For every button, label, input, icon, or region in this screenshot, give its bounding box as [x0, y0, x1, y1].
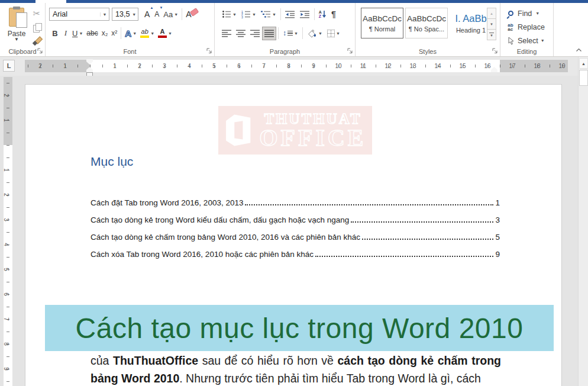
dialog-launcher-icon	[492, 48, 498, 54]
ruler-number: 1	[3, 168, 9, 172]
ruler-number: 6	[3, 292, 9, 296]
toc-entry[interactable]: Cách đặt Tab trong Word 2016, 2003, 2013…	[91, 191, 500, 208]
font-color-button[interactable]: A ▼	[156, 26, 174, 40]
strikethrough-button[interactable]: abc	[85, 26, 99, 40]
font-size-combobox[interactable]: 13,5 ▼	[112, 8, 138, 21]
document-canvas[interactable]: THUTHUAT OFFICE Mục lục Cách đặt Tab tro…	[0, 76, 578, 386]
line-spacing-button[interactable]: ↕ ▼	[280, 27, 301, 40]
clear-formatting-button[interactable]: A	[184, 7, 193, 21]
toc-entry[interactable]: Cách xóa Tab trong Word 2016, 2010 hoặc …	[91, 243, 500, 260]
horizontal-ruler[interactable]: 2112345678910111213141516171819	[25, 60, 568, 72]
chevron-down-icon: ▼	[79, 31, 83, 36]
numbering-button[interactable]: 123 ▼	[239, 8, 259, 21]
style-name: Heading 1	[456, 27, 486, 34]
shading-icon	[307, 29, 317, 38]
shrink-font-button[interactable]: A▼	[152, 7, 161, 21]
show-hide-marks-button[interactable]: ¶	[329, 8, 338, 21]
gallery-scroll-up-button[interactable]: ▲	[487, 8, 496, 19]
grow-font-button[interactable]: A▲	[142, 7, 152, 21]
cut-button[interactable]: ✂	[31, 8, 43, 20]
gallery-more-button[interactable]: ▼	[487, 29, 496, 40]
toc-entry[interactable]: Cách tạo dòng kẻ chấm trong bảng Word 20…	[91, 226, 500, 243]
style-card-heading-1[interactable]: I. AaBbHeading 1	[450, 8, 492, 38]
gallery-scroll-down-button[interactable]: ▼	[487, 18, 496, 30]
chevron-down-icon: ▼	[252, 12, 256, 17]
ruler-number: 1	[3, 118, 9, 122]
sort-button[interactable]: AZ	[316, 8, 329, 21]
scroll-up-button[interactable]: ▲	[579, 58, 588, 69]
bold-button[interactable]: B	[49, 26, 61, 40]
styles-dialog-launcher[interactable]	[492, 47, 499, 54]
increase-indent-button[interactable]	[298, 8, 312, 21]
text-effects-button[interactable]: A▼	[123, 26, 138, 40]
replace-button[interactable]: abac Replace	[505, 20, 545, 34]
ruler-number: 2	[3, 94, 9, 97]
text-highlight-button[interactable]: ab ▼	[138, 26, 156, 40]
font-dialog-launcher[interactable]	[206, 47, 213, 54]
bullets-button[interactable]: ▼	[219, 8, 239, 21]
ruler-number: 1	[63, 62, 67, 70]
ruler-number: 2	[138, 62, 141, 70]
toc-page-number: 1	[495, 198, 500, 208]
align-right-button[interactable]	[248, 27, 262, 40]
justify-button[interactable]	[262, 27, 276, 40]
body-text-run: sau để có hiểu rõ hơn về	[198, 354, 337, 367]
font-group-label: Font	[46, 48, 214, 55]
superscript-button[interactable]: x²	[109, 26, 119, 40]
decrease-indent-button[interactable]	[283, 8, 298, 21]
caret-up-icon: ▲	[490, 12, 493, 15]
chevron-down-icon: ▼	[133, 31, 137, 36]
separator	[314, 8, 315, 20]
document-page[interactable]: THUTHUAT OFFICE Mục lục Cách đặt Tab tro…	[25, 84, 562, 386]
chevron-down-icon[interactable]: ▼	[100, 12, 109, 17]
toc-entry[interactable]: Cách tạo dòng kẻ trong Word kiểu dấu chấ…	[91, 208, 500, 226]
toc-heading[interactable]: Mục lục	[91, 155, 133, 169]
chevron-down-icon[interactable]: ▼	[130, 12, 138, 17]
style-card--normal[interactable]: AaBbCcDc¶ Normal	[361, 8, 403, 38]
vertical-ruler[interactable]: 21123456789	[4, 77, 12, 386]
collapse-ribbon-button[interactable]	[574, 46, 583, 54]
ruler-number: 15	[459, 62, 466, 70]
copy-button[interactable]	[31, 21, 43, 33]
clipboard-dialog-launcher[interactable]	[37, 47, 44, 54]
ruler-number: 8	[287, 62, 290, 70]
paste-button[interactable]: Paste ▼	[4, 7, 30, 48]
format-painter-icon	[33, 37, 41, 46]
format-painter-button[interactable]	[31, 35, 43, 47]
toc-entry-title: Cách xóa Tab trong Word 2016, 2010 hoặc …	[91, 250, 314, 260]
document-main-title[interactable]: Cách tạo mục lục trong Word 2010	[45, 305, 554, 351]
toc-entry-title: Cách tạo dòng kẻ trong Word kiểu dấu chấ…	[91, 215, 349, 226]
ruler-number: 3	[163, 62, 166, 70]
toc-dot-leader	[351, 221, 493, 223]
subscript-button[interactable]: x₂	[100, 26, 110, 40]
vertical-scrollbar[interactable]: ▲	[578, 57, 588, 386]
watermark: THUTHUAT OFFICE	[218, 106, 372, 155]
select-label: Select	[518, 37, 538, 45]
align-right-icon	[250, 30, 260, 37]
underline-button[interactable]: U▼	[70, 26, 85, 40]
caret-down-icon: ▼	[490, 22, 493, 26]
multilevel-list-button[interactable]: ▼	[259, 8, 279, 21]
italic-button[interactable]: I	[61, 26, 70, 40]
select-button[interactable]: Select ▼	[505, 34, 545, 47]
paste-icon	[9, 8, 24, 27]
change-case-button[interactable]: Aa▼	[161, 7, 180, 21]
paragraph-dialog-launcher[interactable]	[347, 47, 354, 54]
borders-button[interactable]: ▼	[325, 27, 343, 40]
search-icon	[508, 11, 513, 16]
align-left-button[interactable]	[219, 27, 234, 40]
font-name-combobox[interactable]: Arial ▼	[49, 8, 109, 21]
chevron-down-icon: ▼	[336, 31, 340, 36]
style-card--no-spac-[interactable]: AaBbCcDc¶ No Spac...	[405, 8, 448, 38]
shading-button[interactable]: ▼	[305, 27, 325, 40]
body-paragraph[interactable]: của ThuThuatOffice sau để có hiểu rõ hơn…	[91, 352, 501, 386]
find-button[interactable]: Find ▼	[505, 7, 545, 20]
ruler-zone: L 2112345678910111213141516171819	[0, 57, 578, 76]
scrollbar-thumb[interactable]	[579, 70, 588, 86]
grow-font-icon: A	[144, 9, 150, 19]
editing-group-label: Editing	[500, 48, 553, 55]
ruler-number: 7	[262, 62, 266, 70]
tab-stop-selector[interactable]: L	[3, 60, 15, 72]
align-center-button[interactable]	[234, 27, 248, 40]
separator	[278, 27, 279, 39]
